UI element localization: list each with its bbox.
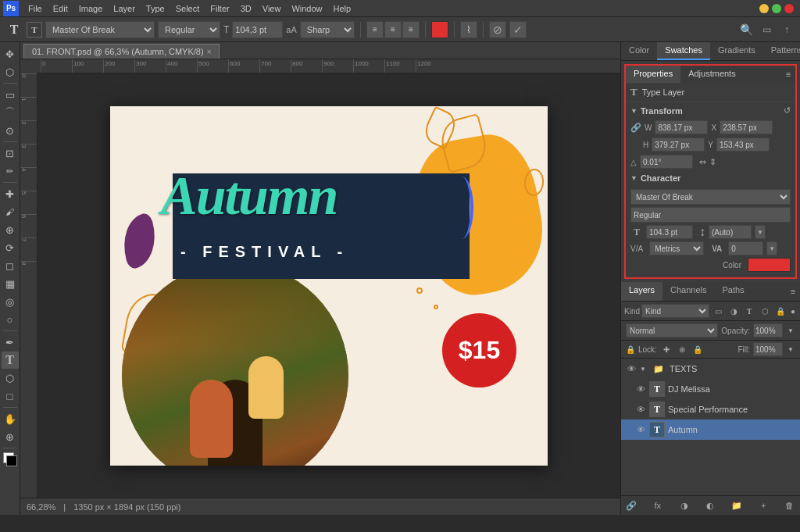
blur-tool[interactable]: ◎ bbox=[2, 293, 19, 310]
menu-file[interactable]: File bbox=[23, 2, 47, 15]
x-input[interactable] bbox=[720, 120, 773, 134]
align-left-btn[interactable]: ≡ bbox=[366, 21, 384, 38]
marquee-tool[interactable]: ▭ bbox=[2, 86, 19, 103]
shape-filter-icon[interactable]: ⬡ bbox=[758, 304, 772, 318]
dj-melissa-layer[interactable]: 👁 T DJ Melissa bbox=[621, 379, 800, 399]
restore-btn[interactable] bbox=[772, 4, 781, 13]
transform-header[interactable]: ▼ Transform ↺ bbox=[626, 102, 795, 119]
lasso-tool[interactable]: ⌒ bbox=[2, 104, 19, 121]
lock-artboard-icon[interactable]: ⊕ bbox=[676, 343, 688, 355]
leading-dropdown[interactable]: ▼ bbox=[755, 225, 766, 239]
add-mask-btn[interactable]: ◑ bbox=[677, 498, 691, 512]
share-icon[interactable]: ↑ bbox=[778, 21, 795, 38]
pixel-filter-icon[interactable]: ▭ bbox=[711, 304, 725, 318]
text-color-swatch[interactable] bbox=[431, 21, 448, 38]
opacity-input[interactable] bbox=[753, 323, 783, 337]
menu-filter[interactable]: Filter bbox=[205, 2, 234, 15]
canvas-content[interactable]: Autumn - FESTIVAL - bbox=[38, 73, 620, 498]
crop-tool[interactable]: ⊡ bbox=[2, 145, 19, 162]
adjustments-tab[interactable]: Adjustments bbox=[680, 66, 744, 83]
layers-panel-menu[interactable]: ≡ bbox=[786, 282, 800, 301]
menu-edit[interactable]: Edit bbox=[48, 2, 73, 15]
flip-h-icon[interactable]: ⇔ bbox=[699, 157, 706, 167]
adjustment-filter-icon[interactable]: ◑ bbox=[727, 304, 741, 318]
height-input[interactable] bbox=[652, 137, 705, 152]
type-options-icon[interactable]: T bbox=[27, 22, 42, 37]
gradient-tool[interactable]: ▦ bbox=[2, 275, 19, 292]
flip-v-icon[interactable]: ⇕ bbox=[709, 157, 716, 167]
texts-expand[interactable]: ▼ bbox=[640, 366, 646, 373]
type-tool[interactable]: T bbox=[2, 352, 19, 369]
dj-visibility[interactable]: 👁 bbox=[635, 384, 646, 395]
shape-tool[interactable]: □ bbox=[2, 387, 19, 405]
character-header[interactable]: ▼ Character bbox=[626, 170, 795, 186]
create-adjustment-btn[interactable]: ◐ bbox=[703, 498, 717, 512]
menu-image[interactable]: Image bbox=[74, 2, 108, 15]
font-size-input[interactable] bbox=[232, 21, 283, 38]
properties-tab[interactable]: Properties bbox=[626, 66, 680, 83]
opacity-dropdown[interactable]: ▼ bbox=[786, 323, 795, 337]
aa-method-select[interactable]: Sharp bbox=[300, 21, 355, 38]
char-kerning-input[interactable] bbox=[728, 241, 763, 255]
clone-tool[interactable]: ⊕ bbox=[2, 221, 19, 238]
dodge-tool[interactable]: ○ bbox=[2, 311, 19, 328]
align-right-btn[interactable]: ≡ bbox=[402, 21, 420, 38]
paths-tab[interactable]: Paths bbox=[715, 282, 752, 301]
healing-tool[interactable]: ✚ bbox=[2, 185, 19, 202]
align-center-btn[interactable]: ≡ bbox=[384, 21, 402, 38]
poster[interactable]: Autumn - FESTIVAL - bbox=[110, 106, 548, 466]
texts-group[interactable]: 👁 ▼ 📁 TEXTS bbox=[621, 359, 800, 379]
menu-3d[interactable]: 3D bbox=[236, 2, 256, 15]
fill-input[interactable] bbox=[753, 342, 783, 356]
close-btn[interactable] bbox=[784, 4, 794, 13]
channels-tab[interactable]: Channels bbox=[662, 282, 714, 301]
move-tool[interactable]: ✥ bbox=[2, 45, 19, 62]
char-color-swatch[interactable] bbox=[748, 258, 791, 272]
create-layer-btn[interactable]: + bbox=[756, 498, 770, 512]
warp-text-icon[interactable]: ⌇ bbox=[460, 21, 477, 38]
autumn-visibility[interactable]: 👁 bbox=[635, 424, 646, 435]
search-icon[interactable]: 🔍 bbox=[738, 21, 755, 38]
pen-tool[interactable]: ✒ bbox=[2, 334, 19, 351]
hand-tool[interactable]: ✋ bbox=[2, 410, 19, 427]
path-select-tool[interactable]: ⬡ bbox=[2, 370, 19, 387]
type-filter-icon[interactable]: T bbox=[742, 304, 756, 318]
link-icon[interactable]: 🔗 bbox=[630, 123, 641, 133]
cancel-text-btn[interactable]: ⊘ bbox=[489, 21, 506, 38]
special-performance-layer[interactable]: 👁 T Special Performance bbox=[621, 399, 800, 420]
foreground-background-colors[interactable] bbox=[2, 451, 19, 468]
blend-mode-select[interactable]: Normal bbox=[626, 323, 718, 337]
char-leading-input[interactable] bbox=[709, 225, 752, 239]
quick-select-tool[interactable]: ⊙ bbox=[2, 122, 19, 139]
layers-tab[interactable]: Layers bbox=[621, 282, 662, 301]
color-tab[interactable]: Color bbox=[621, 42, 657, 60]
menu-help[interactable]: Help bbox=[329, 2, 356, 15]
canvas-viewport[interactable]: 0 100 200 300 400 500 600 700 800 900 10… bbox=[20, 59, 620, 498]
smart-filter-icon[interactable]: 🔒 bbox=[773, 304, 788, 318]
char-size-input[interactable] bbox=[646, 225, 693, 239]
menu-window[interactable]: Window bbox=[287, 2, 327, 15]
swatches-tab[interactable]: Swatches bbox=[657, 42, 710, 60]
minimize-btn[interactable] bbox=[759, 4, 769, 13]
font-family-select[interactable]: Master Of Break bbox=[45, 21, 155, 38]
special-visibility[interactable]: 👁 bbox=[635, 404, 646, 415]
add-style-btn[interactable]: fx bbox=[651, 498, 665, 512]
kind-filter-select[interactable]: Kind bbox=[641, 304, 709, 318]
lock-all-icon[interactable]: 🔒 bbox=[691, 343, 704, 355]
commit-text-btn[interactable]: ✓ bbox=[509, 21, 527, 38]
artboard-tool[interactable]: ⬡ bbox=[2, 63, 19, 80]
prop-panel-menu[interactable]: ≡ bbox=[781, 66, 795, 83]
char-font-select[interactable]: Master Of Break bbox=[630, 189, 791, 205]
autumn-layer[interactable]: 👁 T Autumn bbox=[621, 420, 800, 440]
lock-position-icon[interactable]: ✚ bbox=[660, 343, 673, 355]
patterns-tab[interactable]: Patterns bbox=[763, 42, 800, 60]
transform-refresh-icon[interactable]: ↺ bbox=[784, 105, 791, 116]
gradients-tab[interactable]: Gradients bbox=[710, 42, 763, 60]
fill-dropdown[interactable]: ▼ bbox=[786, 342, 795, 356]
create-group-btn[interactable]: 📁 bbox=[730, 498, 744, 512]
eyedropper-tool[interactable]: ✏ bbox=[2, 162, 19, 180]
filter-toggle[interactable]: ● bbox=[789, 304, 797, 318]
menu-type[interactable]: Type bbox=[141, 2, 170, 15]
arrange-icon[interactable]: ▭ bbox=[758, 21, 775, 38]
y-input[interactable] bbox=[716, 137, 770, 152]
